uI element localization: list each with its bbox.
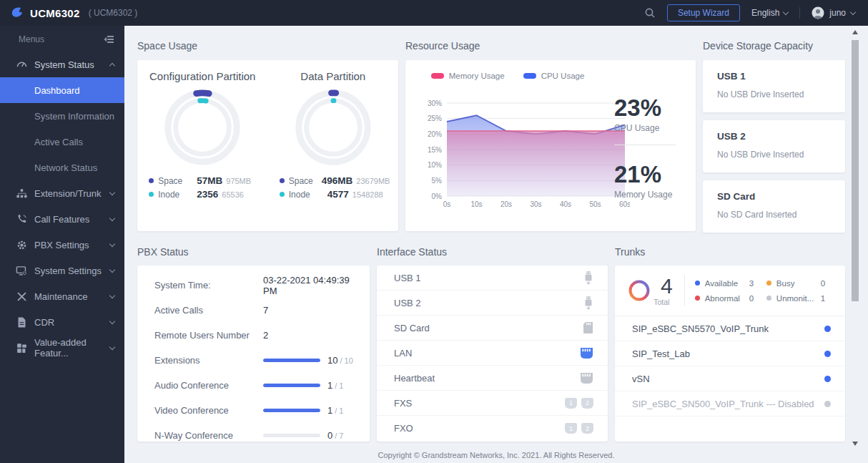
logo: UCM6302 ( UCM6302 ) <box>0 6 137 20</box>
trunk-name: vSN <box>632 374 824 384</box>
stats-divider <box>614 145 676 145</box>
section-title-interface-status: Interface Status <box>377 246 447 258</box>
gear-icon <box>16 239 28 251</box>
legend-count: 0 <box>821 279 825 288</box>
language-selector[interactable]: English <box>751 8 788 18</box>
unmonitored-dot <box>766 296 771 301</box>
chevron-down-icon <box>109 292 115 298</box>
sidebar-item-system-information[interactable]: System Information <box>0 103 124 129</box>
trunk-row[interactable]: vSN <box>615 366 845 391</box>
interface-row-usb2: USB 2 <box>377 291 608 316</box>
sidebar-item-label: Extension/Trunk <box>34 188 110 199</box>
blocks-icon <box>16 342 28 354</box>
sidebar-item-maintenance[interactable]: Maintenance <box>0 283 124 309</box>
available-dot <box>695 281 700 286</box>
space-legend-row: Space 57MB 975MB <box>149 174 256 187</box>
sidebar-item-label: System Status <box>34 59 110 70</box>
language-label: English <box>751 8 779 18</box>
row-label: Active Calls <box>154 305 263 316</box>
legend-used: 496MB <box>322 175 353 186</box>
sidebar-item-cdr[interactable]: CDR <box>0 309 124 335</box>
resource-usage-stats: 23% CPU Usage 21% Memory Usage <box>614 94 687 200</box>
storage-name: SD Card <box>703 180 845 202</box>
resource-usage-chart: 0%5%10%15%20%25%30%0s10s20s30s40s50s60s <box>415 92 630 222</box>
row-label: Video Conference <box>154 405 263 416</box>
resource-chart-legend: Memory Usage CPU Usage <box>405 72 610 80</box>
setup-wizard-button[interactable]: Setup Wizard <box>667 4 740 21</box>
chevron-down-icon <box>783 9 789 14</box>
sidebar-item-call-features[interactable]: Call Features <box>0 206 124 232</box>
vertical-scrollbar[interactable] <box>851 29 859 447</box>
data-partition: Data Partition Space 496MB 23679MB Inode… <box>268 60 399 201</box>
scrollbar-thumb[interactable] <box>852 40 859 301</box>
user-menu[interactable]: juno <box>812 6 855 19</box>
sidebar-item-extension-trunk[interactable]: Extension/Trunk <box>0 180 124 206</box>
interface-row-fxs: FXS 1 2 <box>377 391 608 416</box>
trunk-row[interactable]: SIP_eSBC_SN500_VoIP_Trunk --- Disabled <box>615 391 845 416</box>
row-used: 1 <box>327 380 332 391</box>
ethernet-port-icon <box>580 372 593 384</box>
chevron-down-icon <box>850 9 856 14</box>
legend-available: Available 3 <box>695 279 766 288</box>
trunks-total: 4 <box>661 276 673 297</box>
svg-text:20%: 20% <box>428 130 442 138</box>
port-badge-1: 1 <box>565 423 577 434</box>
username: juno <box>829 8 846 18</box>
legend-count: 1 <box>821 294 825 303</box>
scroll-down-icon[interactable] <box>852 442 858 446</box>
sidebar-item-system-status[interactable]: System Status <box>0 52 124 77</box>
legend-label: Space <box>289 176 313 186</box>
row-label: FXO <box>394 423 565 434</box>
chevron-down-icon <box>109 343 115 349</box>
legend-abnormal: Abnormal 0 <box>695 294 766 303</box>
sidebar-item-pbx-settings[interactable]: PBX Settings <box>0 232 124 258</box>
chevron-down-icon <box>109 215 115 220</box>
legend-total: 65536 <box>222 190 244 199</box>
usb2-storage-card: USB 2 No USB Drive Inserted <box>703 120 845 172</box>
usb-icon <box>583 271 593 285</box>
trunk-row[interactable]: SIP_Test_Lab <box>615 341 845 366</box>
sidebar-item-dashboard[interactable]: Dashboard <box>0 77 124 103</box>
legend-cpu: CPU Usage <box>523 72 585 80</box>
pbx-row-system-time: System Time: 03-22-2021 04:49:39 PM <box>154 273 355 298</box>
pbx-row-remote-users: Remote Users Number 2 <box>154 323 355 348</box>
row-total: / 1 <box>335 406 343 415</box>
space-usage-card: Configuration Partition Space 57MB 975MB… <box>137 60 398 231</box>
cpu-swatch <box>523 73 536 79</box>
interface-status-card: USB 1 USB 2 SD Card LAN Heartbeat <box>377 265 608 442</box>
tools-icon <box>16 291 28 303</box>
svg-text:0s: 0s <box>443 200 451 208</box>
sidebar-item-network-status[interactable]: Network Status <box>0 155 124 180</box>
interface-row-sd-card: SD Card <box>377 316 608 341</box>
legend-count: 3 <box>749 279 754 288</box>
space-dot <box>149 178 154 183</box>
progress-bar <box>263 359 320 362</box>
chevron-down-icon <box>109 266 115 272</box>
sidebar-item-value-added-features[interactable]: Value-added Featur... <box>0 335 124 361</box>
svg-text:30s: 30s <box>530 200 541 208</box>
legend-unmonitored: Unmonit... 1 <box>766 294 838 303</box>
scroll-up-icon[interactable] <box>852 30 858 34</box>
sidebar-item-active-calls[interactable]: Active Calls <box>0 129 124 155</box>
busy-dot <box>766 281 771 286</box>
pbx-row-active-calls: Active Calls 7 <box>154 298 355 323</box>
trunk-status-dot <box>824 376 831 382</box>
interface-row-lan: LAN <box>377 341 608 366</box>
legend-label: Available <box>705 279 749 288</box>
sidebar-item-system-settings[interactable]: System Settings <box>0 258 124 283</box>
svg-text:5%: 5% <box>432 177 443 185</box>
collapse-menu-icon[interactable] <box>103 34 114 44</box>
row-label: LAN <box>394 348 580 359</box>
search-icon[interactable] <box>644 7 656 19</box>
memory-usage-value: 21% <box>614 161 687 188</box>
footer: Copyright © Grandstream Networks, Inc. 2… <box>124 449 868 463</box>
svg-text:0%: 0% <box>432 192 443 200</box>
section-title-resource-usage: Resource Usage <box>405 40 480 52</box>
trunk-row[interactable]: SIP_eSBC_SN5570_VoIP_Trunk <box>615 316 845 341</box>
legend-label: Abnormal <box>705 294 749 303</box>
legend-count: 0 <box>749 294 754 303</box>
usb-icon <box>583 296 593 310</box>
partition-title: Configuration Partition <box>137 70 268 82</box>
trunks-total-label: Total <box>651 298 673 306</box>
trunk-status-dot <box>824 351 831 357</box>
